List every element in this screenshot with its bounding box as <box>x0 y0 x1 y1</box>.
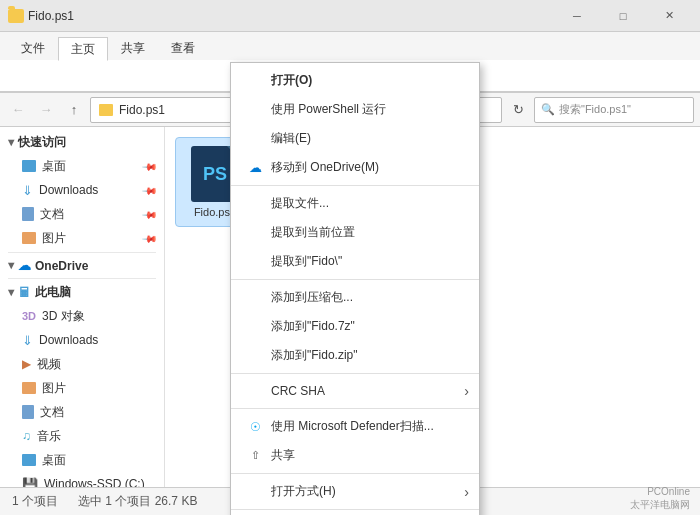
desktop-icon-pc <box>22 454 36 466</box>
ctx-extract-label: 提取文件... <box>271 195 329 212</box>
sidebar-item-docs-pc[interactable]: 文档 <box>0 400 164 424</box>
selected-info: 选中 1 个项目 26.7 KB <box>78 493 197 510</box>
ctx-crc-sha[interactable]: CRC SHA <box>231 377 479 405</box>
onedrive-label: OneDrive <box>35 259 88 273</box>
ctx-add-zip[interactable]: 添加到"Fido.zip" <box>231 341 479 370</box>
sidebar-item-desktop-quick[interactable]: 桌面 📌 <box>0 154 164 178</box>
sidebar-item-docs-quick[interactable]: 文档 📌 <box>0 202 164 226</box>
ctx-edit-icon <box>247 131 263 147</box>
sidebar-item-drive-c[interactable]: 💾 Windows-SSD (C:) <box>0 472 164 488</box>
sidebar-onedrive-header[interactable]: ▶ ☁ OneDrive <box>0 255 164 276</box>
close-button[interactable]: ✕ <box>646 0 692 32</box>
sidebar-section-quick-access: ▶ 快速访问 桌面 📌 ⇓ Downloads 📌 文档 📌 图片 <box>0 131 164 250</box>
pic-icon-pc <box>22 382 36 394</box>
divider-2 <box>8 278 156 279</box>
ctx-add-7z[interactable]: 添加到"Fido.7z" <box>231 312 479 341</box>
forward-button[interactable]: → <box>34 98 58 122</box>
chevron-icon-pc: ▶ <box>7 290 16 296</box>
ctx-archive-label: 添加到压缩包... <box>271 289 353 306</box>
minimize-button[interactable]: ─ <box>554 0 600 32</box>
ps1-icon-text: PS <box>203 164 227 185</box>
item-count: 1 个项目 <box>12 493 58 510</box>
ctx-extract-icon <box>247 196 263 212</box>
sidebar-item-desktop-pc[interactable]: 桌面 <box>0 448 164 472</box>
ctx-open[interactable]: 打开(O) <box>231 66 479 95</box>
back-button[interactable]: ← <box>6 98 30 122</box>
sidebar-item-3d[interactable]: 3D 3D 对象 <box>0 304 164 328</box>
this-pc-label: 此电脑 <box>35 284 71 301</box>
doc-icon-quick <box>22 207 34 221</box>
label-desktop-pc: 桌面 <box>42 452 66 469</box>
divider-1 <box>8 252 156 253</box>
maximize-button[interactable]: □ <box>600 0 646 32</box>
ctx-powershell[interactable]: 使用 PowerShell 运行 <box>231 95 479 124</box>
sidebar-item-music[interactable]: ♫ 音乐 <box>0 424 164 448</box>
tab-home[interactable]: 主页 <box>58 37 108 61</box>
ctx-extract-here[interactable]: 提取到当前位置 <box>231 218 479 247</box>
tab-file[interactable]: 文件 <box>8 36 58 60</box>
tab-share[interactable]: 共享 <box>108 36 158 60</box>
pic-icon-quick <box>22 232 36 244</box>
quick-access-label: 快速访问 <box>18 134 66 151</box>
title-bar-left: Fido.ps1 <box>8 9 554 23</box>
onedrive-icon: ☁ <box>18 258 31 273</box>
sidebar-label-downloads-quick: Downloads <box>39 183 98 197</box>
ctx-7z-label: 添加到"Fido.7z" <box>271 318 355 335</box>
sidebar-item-video[interactable]: ▶ 视频 <box>0 352 164 376</box>
sidebar-item-pics-quick[interactable]: 图片 📌 <box>0 226 164 250</box>
3d-icon: 3D <box>22 310 36 322</box>
ribbon-tabs: 文件 主页 共享 查看 <box>0 32 700 60</box>
ctx-open-label: 打开(O) <box>271 72 312 89</box>
ctx-divider-1 <box>231 185 479 186</box>
chevron-icon-od: ▶ <box>7 263 16 269</box>
ctx-crc-icon <box>247 383 263 399</box>
ctx-extract-fido[interactable]: 提取到"Fido\" <box>231 247 479 276</box>
sidebar-item-downloads-pc[interactable]: ⇓ Downloads <box>0 328 164 352</box>
sidebar-this-pc-header[interactable]: ▶ 🖩 此电脑 <box>0 281 164 304</box>
ctx-defender-icon: ☉ <box>247 419 263 435</box>
tab-view[interactable]: 查看 <box>158 36 208 60</box>
sidebar-quick-access-header[interactable]: ▶ 快速访问 <box>0 131 164 154</box>
desktop-icon <box>22 160 36 172</box>
ctx-open-with-icon <box>247 484 263 500</box>
pin-icon-doc: 📌 <box>142 206 158 222</box>
search-icon: 🔍 <box>541 103 555 116</box>
sidebar-section-this-pc: ▶ 🖩 此电脑 3D 3D 对象 ⇓ Downloads ▶ 视频 图片 <box>0 281 164 488</box>
pin-icon: 📌 <box>142 158 158 174</box>
ctx-extract-fido-icon <box>247 254 263 270</box>
sidebar-item-pics-pc[interactable]: 图片 <box>0 376 164 400</box>
sidebar: ▶ 快速访问 桌面 📌 ⇓ Downloads 📌 文档 📌 图片 <box>0 127 165 488</box>
refresh-button[interactable]: ↻ <box>506 98 530 122</box>
computer-icon: 🖩 <box>18 285 31 300</box>
ctx-defender[interactable]: ☉ 使用 Microsoft Defender扫描... <box>231 412 479 441</box>
ctx-zip-icon <box>247 348 263 364</box>
ctx-onedrive-label: 移动到 OneDrive(M) <box>271 159 379 176</box>
title-text: Fido.ps1 <box>28 9 74 23</box>
search-box[interactable]: 🔍 搜索"Fido.ps1" <box>534 97 694 123</box>
label-docs-pc: 文档 <box>40 404 64 421</box>
ctx-divider-2 <box>231 279 479 280</box>
label-pics-pc: 图片 <box>42 380 66 397</box>
ctx-share-icon: ⇧ <box>247 448 263 464</box>
ctx-share[interactable]: ⇧ 共享 <box>231 441 479 470</box>
sidebar-item-downloads-quick[interactable]: ⇓ Downloads 📌 <box>0 178 164 202</box>
title-folder-icon <box>8 9 24 23</box>
ctx-cloud-icon: ☁ <box>247 160 263 176</box>
ctx-add-archive[interactable]: 添加到压缩包... <box>231 283 479 312</box>
label-music: 音乐 <box>37 428 61 445</box>
ctx-onedrive[interactable]: ☁ 移动到 OneDrive(M) <box>231 153 479 182</box>
ctx-crc-label: CRC SHA <box>271 384 325 398</box>
ctx-edit[interactable]: 编辑(E) <box>231 124 479 153</box>
ctx-divider-4 <box>231 408 479 409</box>
ctx-edit-label: 编辑(E) <box>271 130 311 147</box>
label-3d: 3D 对象 <box>42 308 85 325</box>
ctx-ps-label: 使用 PowerShell 运行 <box>271 101 386 118</box>
ctx-open-with[interactable]: 打开方式(H) <box>231 477 479 506</box>
ctx-extract-here-icon <box>247 225 263 241</box>
doc-icon-pc <box>22 405 34 419</box>
ctx-defender-label: 使用 Microsoft Defender扫描... <box>271 418 434 435</box>
ctx-extract-files[interactable]: 提取文件... <box>231 189 479 218</box>
up-button[interactable]: ↑ <box>62 98 86 122</box>
label-video: 视频 <box>37 356 61 373</box>
sidebar-label-pics-quick: 图片 <box>42 230 66 247</box>
